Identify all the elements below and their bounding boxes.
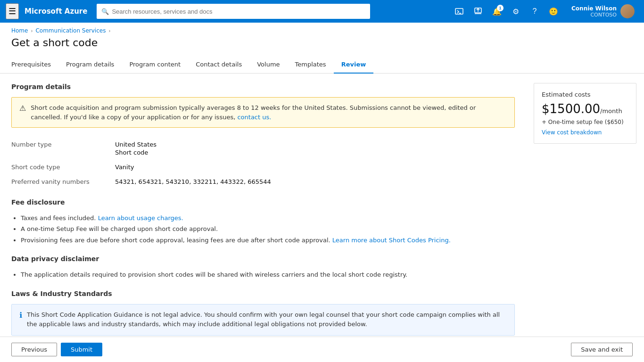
app-logo: Microsoft Azure: [25, 7, 87, 16]
laws-info-box: ℹ This Short Code Application Guidance i…: [11, 304, 515, 336]
pricing-link[interactable]: Learn more about Short Codes Pricing.: [332, 237, 451, 244]
user-org: CONTOSO: [571, 12, 617, 18]
cost-period: /month: [600, 107, 622, 115]
data-privacy-bullet: The application details required to prov…: [21, 269, 515, 280]
vanity-numbers-value: 54321, 654321, 543210, 332211, 443322, 6…: [115, 178, 271, 185]
right-panel: Estimated costs $1500.00/month + One-tim…: [526, 74, 644, 337]
view-cost-breakdown-link[interactable]: View cost breakdown: [542, 129, 628, 136]
search-bar[interactable]: 🔍: [97, 4, 370, 19]
user-name: Connie Wilson: [571, 5, 617, 12]
program-details-title: Program details: [11, 83, 515, 90]
laws-standards-title: Laws & Industry Standards: [11, 290, 515, 297]
cloud-shell-button[interactable]: [451, 3, 468, 20]
breadcrumb: Home › Communication Services ›: [0, 23, 644, 34]
previous-button[interactable]: Previous: [11, 343, 57, 356]
bottom-bar: Previous Submit Save and exit: [0, 337, 644, 362]
breadcrumb-sep-1: ›: [31, 28, 33, 33]
info-table: Number type United States Short code Sho…: [11, 137, 515, 189]
short-code-type-label: Short code type: [11, 164, 115, 171]
help-button[interactable]: ?: [526, 3, 543, 20]
tab-volume[interactable]: Volume: [249, 56, 287, 74]
save-exit-button[interactable]: Save and exit: [571, 343, 633, 356]
topnav-icons: 🔔 1 ⚙ ? 🙂: [451, 3, 562, 20]
fee-bullet-2: A one-time Setup Fee will be charged upo…: [21, 223, 515, 234]
fee-bullet-3: Provisioning fees are due before short c…: [21, 235, 515, 246]
warning-box: ⚠️ Short code acquisition and program su…: [11, 97, 515, 128]
vanity-numbers-row: Preferred vanity numbers 54321, 654321, …: [11, 174, 515, 189]
user-menu[interactable]: Connie Wilson CONTOSO: [568, 2, 638, 20]
fee-disclosure-section: Fee disclosure Taxes and fees included. …: [11, 198, 515, 246]
data-privacy-section: Data privacy disclaimer The application …: [11, 255, 515, 280]
settings-button[interactable]: ⚙: [507, 3, 524, 20]
breadcrumb-home[interactable]: Home: [11, 27, 28, 34]
short-code-type-row: Short code type Vanity: [11, 160, 515, 174]
vanity-numbers-label: Preferred vanity numbers: [11, 178, 115, 185]
breadcrumb-sep-2: ›: [108, 28, 110, 33]
tab-program-content[interactable]: Program content: [122, 56, 188, 74]
main-content: Program details ⚠️ Short code acquisitio…: [0, 74, 644, 337]
notification-badge: 1: [497, 5, 504, 11]
warning-icon: ⚠️: [19, 104, 26, 122]
avatar: [620, 4, 635, 18]
cost-card: Estimated costs $1500.00/month + One-tim…: [534, 83, 636, 144]
data-privacy-list: The application details required to prov…: [11, 269, 515, 280]
number-type-label: Number type: [11, 141, 115, 156]
laws-standards-section: Laws & Industry Standards ℹ This Short C…: [11, 290, 515, 336]
number-type-row: Number type United States Short code: [11, 137, 515, 160]
estimated-costs-title: Estimated costs: [542, 91, 628, 98]
number-type-value: United States Short code: [115, 141, 157, 156]
short-code-type-value: Vanity: [115, 164, 134, 171]
breadcrumb-communication-services[interactable]: Communication Services: [35, 27, 106, 34]
submit-button[interactable]: Submit: [61, 343, 102, 356]
contact-us-link[interactable]: contact us.: [237, 114, 271, 121]
tab-contact-details[interactable]: Contact details: [188, 56, 249, 74]
fee-disclosure-list: Taxes and fees included. Learn about usa…: [11, 213, 515, 246]
search-icon: 🔍: [101, 8, 109, 15]
tab-templates[interactable]: Templates: [288, 56, 334, 74]
hamburger-menu-button[interactable]: ☰: [6, 3, 19, 19]
user-info: Connie Wilson CONTOSO: [571, 5, 617, 18]
warning-text: Short code acquisition and program submi…: [31, 103, 507, 122]
usage-charges-link[interactable]: Learn about usage charges.: [98, 214, 183, 222]
cost-amount-line: $1500.00/month: [542, 102, 628, 116]
tab-prerequisites[interactable]: Prerequisites: [11, 56, 58, 74]
laws-info-text: This Short Code Application Guidance is …: [27, 310, 507, 330]
fee-disclosure-title: Fee disclosure: [11, 198, 515, 206]
top-navigation: ☰ Microsoft Azure 🔍 🔔 1 ⚙ ? 🙂 Connie Wil…: [0, 0, 644, 23]
left-panel: Program details ⚠️ Short code acquisitio…: [0, 74, 526, 337]
cost-setup-fee: + One-time setup fee ($650): [542, 119, 628, 125]
upload-button[interactable]: [470, 3, 487, 20]
tab-program-details[interactable]: Program details: [58, 56, 122, 74]
tabs-bar: Prerequisites Program details Program co…: [0, 56, 644, 74]
page-title: Get a short code: [0, 34, 644, 56]
search-input[interactable]: [112, 8, 365, 15]
cost-amount: $1500.00: [542, 102, 600, 116]
info-icon: ℹ: [19, 311, 22, 330]
notifications-button[interactable]: 🔔 1: [488, 3, 505, 20]
feedback-button[interactable]: 🙂: [545, 3, 562, 20]
data-privacy-title: Data privacy disclaimer: [11, 255, 515, 263]
fee-bullet-1: Taxes and fees included. Learn about usa…: [21, 213, 515, 223]
tab-review[interactable]: Review: [334, 56, 374, 74]
